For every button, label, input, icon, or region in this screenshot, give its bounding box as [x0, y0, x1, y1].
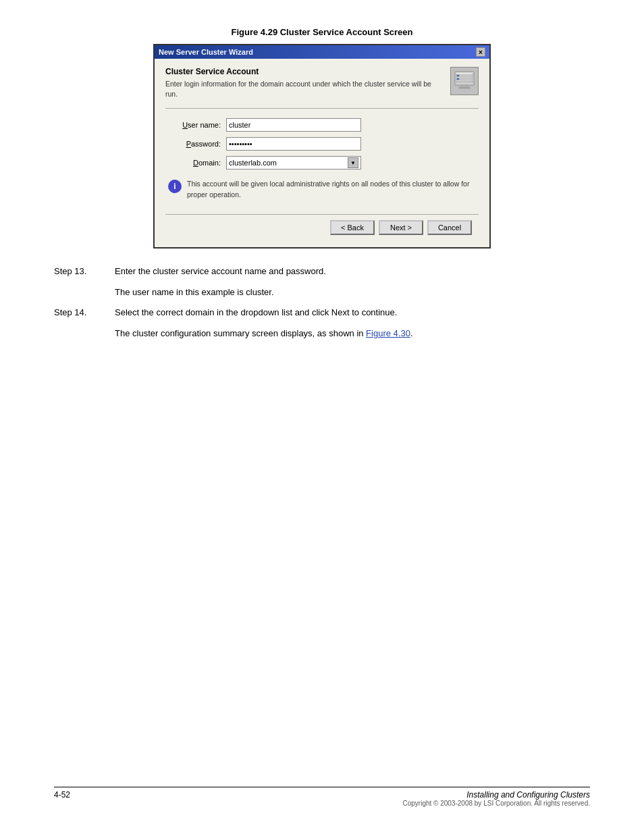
domain-value: clusterlab.com: [229, 159, 348, 167]
info-message: This account will be given local adminis…: [187, 179, 476, 201]
step-13-text: Enter the cluster service account name a…: [115, 265, 590, 279]
wizard-header: Cluster Service Account Enter login info…: [165, 67, 479, 99]
step-14-continuation-end: .: [410, 328, 413, 338]
footer-doc-title: Installing and Configuring Clusters: [402, 790, 590, 800]
step-14-continuation-start: The cluster configuration summary screen…: [115, 328, 366, 338]
wizard-header-text: Cluster Service Account Enter login info…: [165, 67, 444, 99]
wizard-titlebar: New Server Cluster Wizard ×: [155, 45, 489, 59]
step-14-number: Step 14.: [54, 306, 115, 320]
wizard-window: New Server Cluster Wizard × Cluster Serv…: [153, 44, 491, 249]
server-icon: [452, 69, 477, 93]
step-14-continuation: The cluster configuration summary screen…: [115, 327, 590, 341]
step-14-text: Select the correct domain in the dropdow…: [115, 306, 590, 320]
wizard-title: New Server Cluster Wizard: [159, 48, 253, 56]
domain-label: Domain:: [165, 159, 226, 167]
page-number: 4-52: [54, 790, 70, 800]
footer-content: 4-52 Installing and Configuring Clusters…: [54, 790, 590, 807]
back-button[interactable]: < Back: [330, 220, 375, 235]
wizard-icon: [450, 67, 479, 95]
footer-divider: [54, 787, 590, 787]
password-row: Password:: [165, 137, 479, 151]
footer-doc-info: Installing and Configuring Clusters Copy…: [402, 790, 590, 807]
svg-rect-7: [457, 75, 459, 76]
wizard-divider: [165, 108, 479, 109]
step-14-block: Step 14. Select the correct domain in th…: [54, 306, 590, 320]
footer-copyright: Copyright © 2003-2008 by LSI Corporation…: [402, 800, 590, 807]
page-footer: 4-52 Installing and Configuring Clusters…: [54, 787, 590, 807]
step-13-block: Step 13. Enter the cluster service accou…: [54, 265, 590, 279]
wizard-body: Cluster Service Account Enter login info…: [155, 59, 489, 247]
svg-rect-6: [456, 81, 473, 83]
figure-4-30-link[interactable]: Figure 4.30: [366, 328, 410, 338]
wizard-section-title: Cluster Service Account: [165, 67, 444, 76]
svg-rect-8: [457, 78, 459, 80]
info-box: i This account will be given local admin…: [165, 179, 479, 201]
dropdown-arrow-icon[interactable]: ▼: [348, 157, 358, 168]
svg-rect-2: [462, 85, 467, 87]
domain-row: Domain: clusterlab.com ▼: [165, 156, 479, 170]
cancel-button[interactable]: Cancel: [427, 220, 472, 235]
username-row: User name:: [165, 118, 479, 132]
step-13-continuation: The user name in this example is cluster…: [115, 286, 590, 300]
password-input[interactable]: [226, 137, 361, 151]
wizard-footer: < Back Next > Cancel: [165, 214, 479, 240]
svg-rect-3: [459, 87, 470, 88]
wizard-section-description: Enter login information for the domain a…: [165, 79, 444, 99]
doc-content: Step 13. Enter the cluster service accou…: [54, 265, 590, 341]
password-label: Password:: [165, 140, 226, 148]
wizard-close-button[interactable]: ×: [476, 47, 485, 57]
username-input[interactable]: [226, 118, 361, 132]
step-13-number: Step 13.: [54, 265, 115, 279]
info-icon: i: [168, 180, 182, 193]
next-button[interactable]: Next >: [379, 220, 423, 235]
figure-title: Figure 4.29 Cluster Service Account Scre…: [54, 27, 590, 37]
domain-select[interactable]: clusterlab.com ▼: [226, 156, 361, 170]
username-label: User name:: [165, 121, 226, 129]
